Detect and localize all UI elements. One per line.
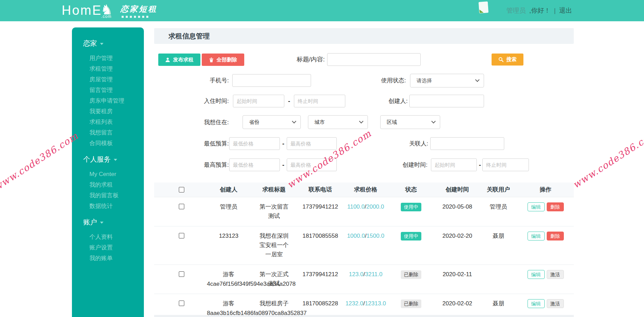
rent-title: 第一次留言测试 [258,202,290,221]
city-select[interactable]: 城市 [308,115,368,129]
sidebar-item-rent-list[interactable]: 求租列表 [83,117,144,127]
row-checkbox[interactable] [179,301,184,306]
sidebar-item-my-rent[interactable]: 我的求租 [83,179,144,190]
trash-icon [209,57,214,62]
search-button[interactable]: 搜索 [492,54,523,66]
status-badge: 已删除 [401,300,421,308]
table-row: 管理员 第一次留言测试 17379941212 1100.0/2000.0 使用… [154,197,574,226]
max-budget-low-input[interactable] [229,158,280,171]
row-checkbox[interactable] [179,271,184,277]
created-time-label: 创建时间: [373,158,428,172]
caret-down-icon [100,43,103,45]
range-dash: - [479,158,481,172]
related-user: 聂朋 [480,294,517,314]
sidebar-item-my-center[interactable]: My Center [83,169,144,179]
col-actions: 操作 [517,183,574,197]
sidebar-item-user-mgmt[interactable]: 用户管理 [83,53,144,63]
min-budget-low-input[interactable] [229,137,280,150]
sidebar-item-message-mgmt[interactable]: 留言管理 [83,85,144,95]
rent-price: 1000.0/1500.0 [344,226,387,265]
sidebar-item-data-stats[interactable]: 数据统计 [83,201,144,211]
main-content: 求租信息管理 发布求租 全部删除 标题/内容: 搜索 手机号: 使用状态: 请选… [154,28,574,317]
logo-chinese-text: 恋家短租 [120,4,157,13]
chevron-down-icon [475,78,480,82]
creator-input[interactable] [409,95,484,107]
logo-com-text: .com [101,14,111,19]
sidebar-group-personal[interactable]: 个人服务 [83,155,144,164]
chevron-down-icon [359,119,363,124]
sidebar-item-want-rent[interactable]: 我要租房 [83,106,144,117]
row-checkbox[interactable] [179,233,184,238]
sidebar-item-account-settings[interactable]: 账户设置 [83,242,144,253]
max-budget-high-input[interactable] [287,158,337,171]
related-label: 关联人: [373,137,428,150]
username-link[interactable]: 管理员 [506,6,526,15]
caret-down-icon [100,222,103,224]
table-row: 游客4cae76f156f349f594e3aa34a2078 第一次正式测试 … [154,265,574,294]
phone-input[interactable] [232,74,311,87]
checkin-label: 入住时间: [161,95,229,108]
logout-link[interactable]: 退出 [559,6,572,15]
created-date: 2020-02-02 [435,294,480,314]
status-select[interactable]: 请选择 [410,74,484,87]
col-title: 求租标题 [252,183,296,197]
sidebar-item-profile[interactable]: 个人资料 [83,232,144,242]
watermark-text: www.code386.com [0,130,80,192]
col-phone: 联系电话 [296,183,344,197]
range-dash: - [288,95,290,108]
sidebar: 恋家 用户管理 求租管理 房屋管理 留言管理 房东申请管理 我要租房 求租列表 … [72,27,144,317]
checkin-end-input[interactable] [294,95,345,107]
rent-title: 我想租房子 [258,299,290,308]
site-logo[interactable]: HomE ♞ .com 恋家短租 [62,2,157,19]
min-budget-label: 最低预算: [161,137,229,150]
edit-button[interactable]: 编辑 [528,232,545,240]
sidebar-item-landlord-apply-mgmt[interactable]: 房东申请管理 [83,95,144,106]
range-dash: - [282,137,284,150]
activate-button[interactable]: 激活 [547,270,564,279]
row-checkbox[interactable] [179,204,184,209]
sidebar-item-house-mgmt[interactable]: 房屋管理 [83,74,144,85]
col-related: 关联用户 [480,183,517,197]
edit-button[interactable]: 编辑 [528,270,545,279]
range-dash: - [282,158,284,172]
col-created: 创建时间 [435,183,480,197]
status-badge: 使用中 [401,232,421,240]
activate-button[interactable]: 激活 [547,299,564,308]
delete-button[interactable]: 删除 [547,202,564,211]
logo-tagline-marks [122,16,157,18]
watermark-text: www.code386.com [571,128,644,190]
title-content-input[interactable] [327,53,421,66]
created-end-input[interactable] [482,158,529,171]
select-all-checkbox[interactable] [179,187,184,192]
topbar-user-area: 管理员 ,你好！ | 退出 [506,0,572,21]
sidebar-group-account[interactable]: 账户 [83,218,144,227]
sidebar-item-rent-mgmt[interactable]: 求租管理 [83,63,144,74]
created-start-input[interactable] [431,158,477,171]
sidebar-item-leave-message[interactable]: 我想留言 [83,127,144,138]
delete-all-button[interactable]: 全部删除 [202,54,244,66]
status-badge: 使用中 [401,203,421,211]
sidebar-item-my-bill[interactable]: 我的账单 [83,253,144,263]
user-avatar[interactable] [479,1,488,13]
status-badge: 已删除 [401,270,421,279]
created-date: 2020-02-11 [435,265,480,294]
edit-button[interactable]: 编辑 [528,299,545,308]
related-user [480,265,517,294]
delete-button[interactable]: 删除 [547,232,564,240]
province-select[interactable]: 省份 [243,115,301,129]
sidebar-item-contract-template[interactable]: 合同模板 [83,138,144,149]
caret-down-icon [114,159,117,161]
edit-button[interactable]: 编辑 [528,202,545,211]
min-budget-high-input[interactable] [287,137,337,150]
creator-name: 游客 [223,271,235,278]
rent-price: 123.0/3211.0 [344,265,387,294]
publish-rent-button[interactable]: 发布求租 [158,54,200,66]
sidebar-item-my-message-board[interactable]: 我的留言板 [83,190,144,201]
sidebar-group-home[interactable]: 恋家 [83,39,144,48]
district-select[interactable]: 区域 [380,115,440,129]
related-input[interactable] [430,137,504,150]
table-row: 游客8aae3b16cfb1486fa08970ca8a352837 我想租房子… [154,294,574,314]
rent-title: 第一次正式测试 [258,270,290,288]
checkin-start-input[interactable] [233,95,284,107]
search-icon [498,57,504,62]
